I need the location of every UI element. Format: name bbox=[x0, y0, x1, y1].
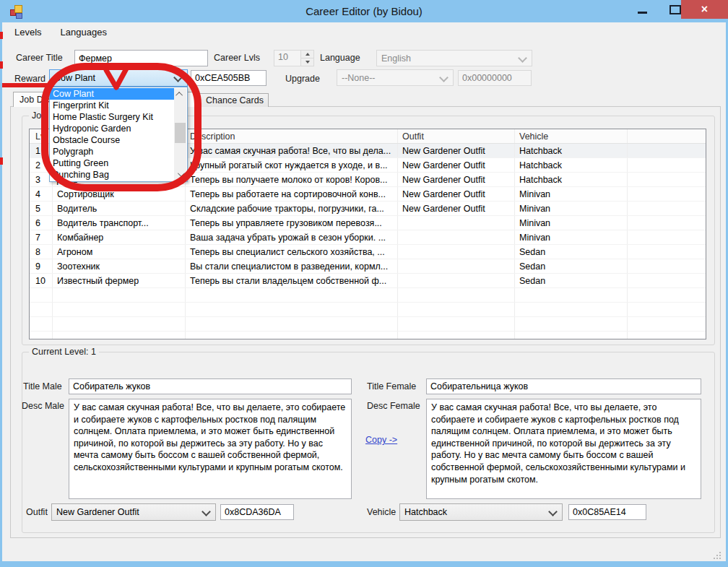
cell-title[interactable]: Комбайнер bbox=[53, 230, 186, 244]
cell-title[interactable] bbox=[53, 332, 186, 339]
cell-lvl[interactable] bbox=[30, 332, 53, 339]
header-vehicle[interactable]: Vehicle bbox=[515, 129, 628, 143]
cell-desc[interactable]: Крупный рогатый скот нуждается в уходе, … bbox=[186, 158, 398, 172]
scroll-up-button[interactable] bbox=[174, 88, 186, 100]
cell-title[interactable]: Зоотехник bbox=[53, 259, 186, 273]
cell-outfit[interactable]: New Gardener Outfit bbox=[398, 187, 515, 201]
close-button[interactable]: × bbox=[681, 0, 728, 19]
dropdown-option[interactable]: Putting Green bbox=[50, 157, 174, 169]
cell-outfit[interactable] bbox=[398, 259, 515, 273]
desc-female-textarea[interactable]: У вас самая скучная работа! Все, что вы … bbox=[426, 399, 701, 499]
cell-outfit[interactable] bbox=[398, 245, 515, 259]
cell-outfit[interactable] bbox=[398, 303, 515, 316]
cell-vehicle[interactable] bbox=[515, 288, 628, 302]
dropdown-option[interactable]: Obstacle Course bbox=[50, 134, 174, 146]
cell-title[interactable]: Сортировщик bbox=[53, 187, 186, 201]
reward-dropdown-list[interactable]: Cow PlantFingerprint KitHome Plastic Sur… bbox=[49, 87, 188, 182]
reward-select[interactable]: Cow Plant bbox=[49, 69, 188, 87]
cell-outfit[interactable] bbox=[398, 332, 515, 339]
cell-desc[interactable] bbox=[186, 303, 398, 316]
tab-chance-cards[interactable]: Chance Cards bbox=[199, 93, 269, 107]
cell-vehicle[interactable] bbox=[515, 332, 628, 339]
resize-grip[interactable] bbox=[714, 550, 723, 559]
cell-lvl[interactable]: 10 bbox=[30, 274, 53, 287]
cell-title[interactable] bbox=[53, 303, 186, 316]
menu-levels[interactable]: Levels bbox=[12, 24, 49, 40]
cell-desc[interactable]: Теперь вы специалист сельского хозяйства… bbox=[186, 245, 398, 259]
cell-desc[interactable]: Теперь вы стали владельцем собственной ф… bbox=[186, 274, 398, 287]
cell-outfit[interactable] bbox=[398, 216, 515, 230]
cell-vehicle[interactable] bbox=[515, 303, 628, 316]
cell-outfit[interactable]: New Gardener Outfit bbox=[398, 173, 515, 186]
stepper-up-button[interactable] bbox=[301, 51, 313, 59]
cell-title[interactable]: Агроном bbox=[53, 245, 186, 259]
outfit-hex-input[interactable] bbox=[220, 504, 294, 520]
cell-lvl[interactable] bbox=[30, 303, 53, 316]
header-outfit[interactable]: Outfit bbox=[398, 129, 515, 143]
dropdown-option[interactable]: Hydroponic Garden bbox=[50, 123, 174, 134]
career-title-input[interactable] bbox=[74, 50, 208, 66]
minimize-button[interactable] bbox=[630, 0, 654, 19]
vehicle-hex-input[interactable] bbox=[568, 504, 646, 520]
table-row-empty[interactable] bbox=[30, 303, 706, 317]
table-row[interactable]: 10 Известный фермер Теперь вы стали влад… bbox=[30, 274, 706, 288]
cell-desc[interactable]: Теперь вы получаете молоко от коров! Кор… bbox=[186, 173, 398, 186]
cell-title[interactable] bbox=[53, 317, 186, 331]
dropdown-scrollbar[interactable] bbox=[174, 88, 186, 181]
cell-vehicle[interactable]: Minivan bbox=[515, 230, 628, 244]
dropdown-option[interactable]: Home Plastic Surgery Kit bbox=[50, 111, 174, 123]
title-female-input[interactable] bbox=[426, 378, 701, 394]
cell-lvl[interactable]: 6 bbox=[30, 216, 53, 230]
cell-title[interactable]: Известный фермер bbox=[53, 274, 186, 287]
stepper-down-button[interactable] bbox=[301, 59, 313, 66]
cell-desc[interactable]: Теперь вы управляете грузовиком перевозя… bbox=[186, 216, 398, 230]
scroll-down-button[interactable] bbox=[174, 168, 186, 181]
cell-vehicle[interactable]: Hatchback bbox=[515, 144, 628, 157]
cell-desc[interactable] bbox=[186, 288, 398, 302]
cell-title[interactable]: Водитель транспорт... bbox=[53, 216, 186, 230]
career-lvls-stepper[interactable]: 10 bbox=[274, 50, 314, 66]
table-row-empty[interactable] bbox=[30, 317, 706, 332]
dropdown-option[interactable]: Punching Bag bbox=[50, 169, 174, 181]
cell-vehicle[interactable]: Minivan bbox=[515, 187, 628, 201]
cell-desc[interactable]: Складские рабочие тракторы, погрузчики, … bbox=[186, 202, 398, 215]
cell-vehicle[interactable]: Sedan bbox=[515, 274, 628, 287]
cell-vehicle[interactable]: Sedan bbox=[515, 245, 628, 259]
cell-outfit[interactable] bbox=[398, 274, 515, 287]
cell-lvl[interactable]: 4 bbox=[30, 187, 53, 201]
cell-lvl[interactable] bbox=[30, 288, 53, 302]
cell-vehicle[interactable]: Minivan bbox=[515, 202, 628, 215]
cell-title[interactable] bbox=[53, 288, 186, 302]
dropdown-option[interactable]: Fingerprint Kit bbox=[50, 100, 174, 111]
cell-lvl[interactable] bbox=[30, 317, 53, 331]
table-row[interactable]: 5 Водитель Складские рабочие тракторы, п… bbox=[30, 202, 706, 216]
outfit-select[interactable]: New Gardener Outfit bbox=[51, 503, 216, 521]
title-male-input[interactable] bbox=[69, 378, 352, 394]
table-row[interactable]: 9 Зоотехник Вы стали специалистом в разв… bbox=[30, 259, 706, 274]
table-row[interactable]: 7 Комбайнер Ваша задача убрать урожай в … bbox=[30, 230, 706, 245]
cell-vehicle[interactable]: Hatchback bbox=[515, 158, 628, 172]
cell-outfit[interactable]: New Gardener Outfit bbox=[398, 202, 515, 215]
cell-outfit[interactable]: New Gardener Outfit bbox=[398, 144, 515, 157]
cell-vehicle[interactable] bbox=[515, 317, 628, 331]
vehicle-select[interactable]: Hatchback bbox=[399, 503, 563, 521]
scrollbar-thumb[interactable] bbox=[175, 123, 186, 143]
table-row[interactable]: 8 Агроном Теперь вы специалист сельского… bbox=[30, 245, 706, 259]
cell-desc[interactable] bbox=[186, 332, 398, 339]
cell-desc[interactable]: Ваша задача убрать урожай в сезон уборки… bbox=[186, 230, 398, 244]
cell-outfit[interactable] bbox=[398, 317, 515, 331]
header-desc[interactable]: Description bbox=[186, 129, 398, 143]
table-row-empty[interactable] bbox=[30, 332, 706, 339]
cell-vehicle[interactable]: Sedan bbox=[515, 259, 628, 273]
table-row[interactable]: 6 Водитель транспорт... Теперь вы управл… bbox=[30, 216, 706, 230]
cell-outfit[interactable] bbox=[398, 288, 515, 302]
cell-lvl[interactable]: 5 bbox=[30, 202, 53, 215]
cell-title[interactable]: Водитель bbox=[53, 202, 186, 215]
menu-languages[interactable]: Languages bbox=[58, 24, 114, 40]
cell-outfit[interactable]: New Gardener Outfit bbox=[398, 158, 515, 172]
reward-hex-input[interactable] bbox=[191, 70, 266, 86]
cell-lvl[interactable]: 8 bbox=[30, 245, 53, 259]
desc-male-textarea[interactable]: У вас самая скучная работа! Все, что вы … bbox=[69, 399, 352, 499]
copy-link[interactable]: Copy -> bbox=[365, 435, 397, 445]
cell-outfit[interactable] bbox=[398, 230, 515, 244]
